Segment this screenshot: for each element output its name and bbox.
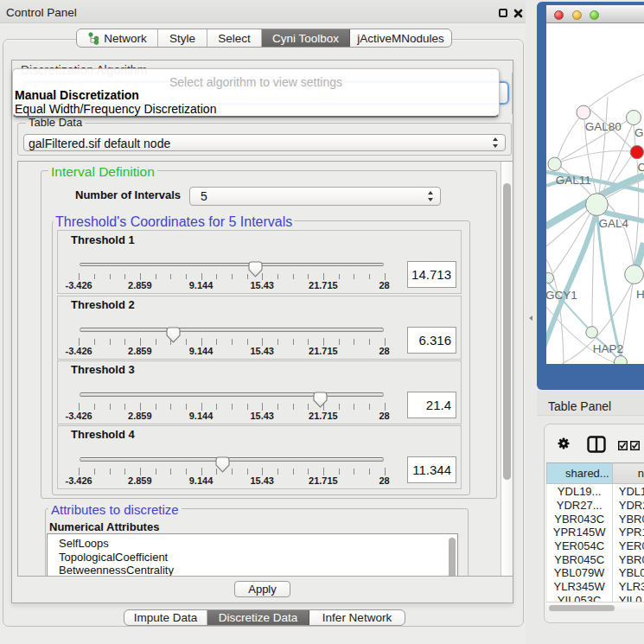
svg-text:G.: G. <box>634 126 644 139</box>
svg-text:GAL4: GAL4 <box>598 217 628 230</box>
svg-text:HAP2: HAP2 <box>593 342 623 355</box>
svg-text:GAL80: GAL80 <box>585 120 622 133</box>
svg-text:GAL11: GAL11 <box>556 174 591 187</box>
svg-text:C: C <box>638 161 644 174</box>
svg-text:GCY1: GCY1 <box>546 289 577 302</box>
svg-text:H: H <box>636 288 644 301</box>
